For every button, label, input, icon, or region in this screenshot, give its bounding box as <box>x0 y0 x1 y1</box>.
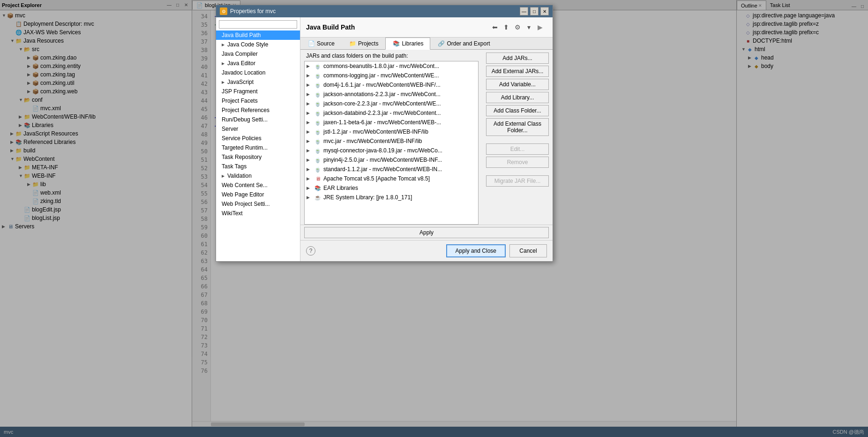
outline-item-taglib-c[interactable]: ◇ jsp:directive.taglib prefix=c <box>737 28 868 37</box>
tree-item-servers[interactable]: ▶ 🖥 Servers <box>0 222 192 231</box>
jar-item-jstl[interactable]: ▶ 🍵 jstl-1.2.jar - mvc/WebContent/WEB-IN… <box>305 127 478 136</box>
cancel-btn[interactable]: Cancel <box>509 244 547 257</box>
toolbar-forward-btn[interactable]: ⬆ <box>501 22 511 32</box>
jar-item-jackson-annotations[interactable]: ▶ 🍵 jackson-annotations-2.2.3.jar - mvc/… <box>305 90 478 99</box>
tree-item-js-resources[interactable]: ▶ 📁 JavaScript Resources <box>0 129 192 138</box>
nav-item-project-references[interactable]: Project References <box>216 105 300 115</box>
add-variable-btn[interactable]: Add Variable... <box>486 79 549 90</box>
jar-item-commons-beanutils[interactable]: ▶ 🍵 commons-beanutils-1.8.0.jar - mvc/We… <box>305 61 478 71</box>
nav-item-javascript[interactable]: JavaScript <box>216 77 300 87</box>
nav-item-java-code-style[interactable]: Java Code Style <box>216 40 300 49</box>
add-external-class-folder-btn[interactable]: Add External Class Folder... <box>486 118 549 136</box>
tree-item-webcontent[interactable]: ▼ 📁 WebContent <box>0 155 192 163</box>
help-icon[interactable]: ? <box>306 246 315 256</box>
jar-list-inner[interactable]: ▶ 🍵 commons-beanutils-1.8.0.jar - mvc/We… <box>305 61 478 224</box>
nav-item-java-build-path[interactable]: Java Build Path <box>216 30 300 40</box>
outline-item-html[interactable]: ▼ ◆ html <box>737 45 868 53</box>
nav-item-web-page-editor[interactable]: Web Page Editor <box>216 190 300 199</box>
tree-item-mvc[interactable]: ▼ 📦 mvc <box>0 11 192 20</box>
outline-item-jsp-directive-page[interactable]: ◇ jsp:directive.page language=java <box>737 11 868 20</box>
right-panel-maximize[interactable]: □ <box>859 2 866 10</box>
dialog-search-input[interactable] <box>219 20 297 29</box>
tree-item-ref-libraries[interactable]: ▶ 📚 Referenced Libraries <box>0 138 192 146</box>
nav-item-task-repository[interactable]: Task Repository <box>216 152 300 162</box>
dialog-maximize-btn[interactable]: □ <box>530 7 539 15</box>
tree-item-webinf-lib[interactable]: ▶ 📁 WebContent/WEB-INF/lib <box>0 113 192 121</box>
nav-item-wikitext[interactable]: WikiText <box>216 209 300 218</box>
nav-item-jsp-fragment[interactable]: JSP Fragment <box>216 87 300 96</box>
dialog-minimize-btn[interactable]: — <box>520 7 528 15</box>
nav-item-project-facets[interactable]: Project Facets <box>216 96 300 105</box>
tree-item-libraries[interactable]: ▶ 📚 Libraries <box>0 121 192 129</box>
expand-panel-btn[interactable]: ▶ <box>538 23 547 31</box>
tree-item-zking-tld[interactable]: 📄 zking.tld <box>0 197 192 205</box>
tree-item-web-xml[interactable]: 📄 web.xml <box>0 188 192 197</box>
outline-item-body[interactable]: ▶ ◆ body <box>737 62 868 70</box>
tree-item-java-resources[interactable]: ▼ 📁 Java Resources <box>0 37 192 45</box>
nav-item-targeted-runtime[interactable]: Targeted Runtim... <box>216 143 300 152</box>
dialog-close-btn[interactable]: ✕ <box>540 7 549 15</box>
tab-order-export[interactable]: 🔗 Order and Export <box>430 38 497 49</box>
edit-btn[interactable]: Edit... <box>486 143 549 155</box>
jar-item-jaxen[interactable]: ▶ 🍵 jaxen-1.1-beta-6.jar - mvc/WebConten… <box>305 118 478 127</box>
tree-item-bloglist[interactable]: 📄 blogList.jsp <box>0 214 192 222</box>
add-library-btn[interactable]: Add Library... <box>486 92 549 103</box>
tree-item-tag[interactable]: ▶ 📦 com.zking.tag <box>0 70 192 79</box>
nav-item-web-project-settings[interactable]: Web Project Setti... <box>216 199 300 209</box>
tree-item-meta-inf[interactable]: ▶ 📁 META-INF <box>0 163 192 172</box>
jar-item-jackson-databind[interactable]: ▶ 🍵 jackson-databind-2.2.3.jar - mvc/Web… <box>305 108 478 118</box>
jar-item-jre-system[interactable]: ▶ ☕ JRE System Library: [jre 1.8.0_171] <box>305 193 478 202</box>
tab-outline[interactable]: Outline ✕ <box>737 0 766 10</box>
toolbar-back-btn[interactable]: ⬅ <box>490 22 500 32</box>
jar-item-mysql-connector[interactable]: ▶ 🍵 mysql-connector-java-8.0.19.jar - mv… <box>305 146 478 155</box>
tree-item-mvc-xml[interactable]: 📄 mvc.xml <box>0 104 192 113</box>
jar-item-jackson-core[interactable]: ▶ 🍵 jackson-core-2.2.3.jar - mvc/WebCont… <box>305 99 478 108</box>
nav-item-java-compiler[interactable]: Java Compiler <box>216 49 300 59</box>
jar-item-apache-tomcat[interactable]: ▶ 🖥 Apache Tomcat v8.5 [Apache Tomcat v8… <box>305 174 478 183</box>
jar-item-pinyin4j[interactable]: ▶ 🍵 pinyin4j-2.5.0.jar - mvc/WebContent/… <box>305 155 478 165</box>
toolbar-menu-btn[interactable]: ▾ <box>524 22 534 32</box>
toolbar-settings-btn[interactable]: ⚙ <box>512 22 523 32</box>
apply-btn[interactable]: Apply <box>304 227 549 238</box>
tab-projects[interactable]: 📁 Projects <box>342 38 385 49</box>
right-panel-minimize[interactable]: — <box>850 2 858 10</box>
add-jars-btn[interactable]: Add JARs... <box>486 53 549 64</box>
tab-task-list[interactable]: Task List <box>766 0 794 10</box>
jar-item-commons-logging[interactable]: ▶ 🍵 commons-logging.jar - mvc/WebContent… <box>305 71 478 80</box>
nav-item-validation[interactable]: Validation <box>216 171 300 181</box>
tree-item-web-inf[interactable]: ▼ 📁 WEB-INF <box>0 172 192 180</box>
tree-item-conf[interactable]: ▼ 📂 conf <box>0 96 192 104</box>
nav-item-run-debug[interactable]: Run/Debug Setti... <box>216 115 300 124</box>
tree-item-lib[interactable]: ▶ 📁 lib <box>0 180 192 188</box>
migrate-jar-btn[interactable]: Migrate JAR File... <box>486 175 549 187</box>
add-external-jars-btn[interactable]: Add External JARs... <box>486 66 549 77</box>
tab-libraries[interactable]: 📚 Libraries <box>385 38 430 50</box>
tree-item-dao[interactable]: ▶ 📦 com.zking.dao <box>0 53 192 62</box>
explorer-close-btn[interactable]: ✕ <box>182 1 190 9</box>
tree-item-build[interactable]: ▶ 📁 build <box>0 146 192 155</box>
nav-item-service-policies[interactable]: Service Policies <box>216 134 300 143</box>
add-class-folder-btn[interactable]: Add Class Folder... <box>486 105 549 116</box>
jar-item-standard[interactable]: ▶ 🍵 standard-1.1.2.jar - mvc/WebContent/… <box>305 165 478 174</box>
outline-item-head[interactable]: ▶ ◆ head <box>737 53 868 62</box>
tree-item-deployment[interactable]: 📋 Deployment Descriptor: mvc <box>0 20 192 28</box>
jar-item-dom4j[interactable]: ▶ 🍵 dom4j-1.6.1.jar - mvc/WebContent/WEB… <box>305 80 478 90</box>
tree-item-util[interactable]: ▶ 📦 com.zking.util <box>0 79 192 87</box>
nav-item-server[interactable]: Server <box>216 124 300 134</box>
tree-item-blogedit[interactable]: 📄 blogEdit.jsp <box>0 205 192 214</box>
tree-item-entity[interactable]: ▶ 📦 com.zking.entity <box>0 62 192 70</box>
explorer-maximize-btn[interactable]: □ <box>174 1 181 9</box>
tree-item-src[interactable]: ▼ 📂 src <box>0 45 192 53</box>
remove-btn[interactable]: Remove <box>486 157 549 168</box>
tab-source[interactable]: 📄 Source <box>300 38 342 49</box>
tree-item-jaxws[interactable]: 🌐 JAX-WS Web Services <box>0 28 192 37</box>
outline-item-doctype[interactable]: ■ DOCTYPE:html <box>737 37 868 45</box>
nav-item-web-content-settings[interactable]: Web Content Se... <box>216 181 300 190</box>
jar-item-mvc[interactable]: ▶ 🍵 mvc.jar - mvc/WebContent/WEB-INF/lib <box>305 136 478 146</box>
jar-item-ear-libraries[interactable]: ▶ 📚 EAR Libraries <box>305 183 478 193</box>
nav-item-javadoc-location[interactable]: Javadoc Location <box>216 68 300 77</box>
nav-item-task-tags[interactable]: Task Tags <box>216 162 300 171</box>
outline-item-taglib-z[interactable]: ◇ jsp:directive.taglib prefix=z <box>737 20 868 28</box>
nav-item-java-editor[interactable]: Java Editor <box>216 59 300 68</box>
apply-close-btn[interactable]: Apply and Close <box>446 244 506 257</box>
